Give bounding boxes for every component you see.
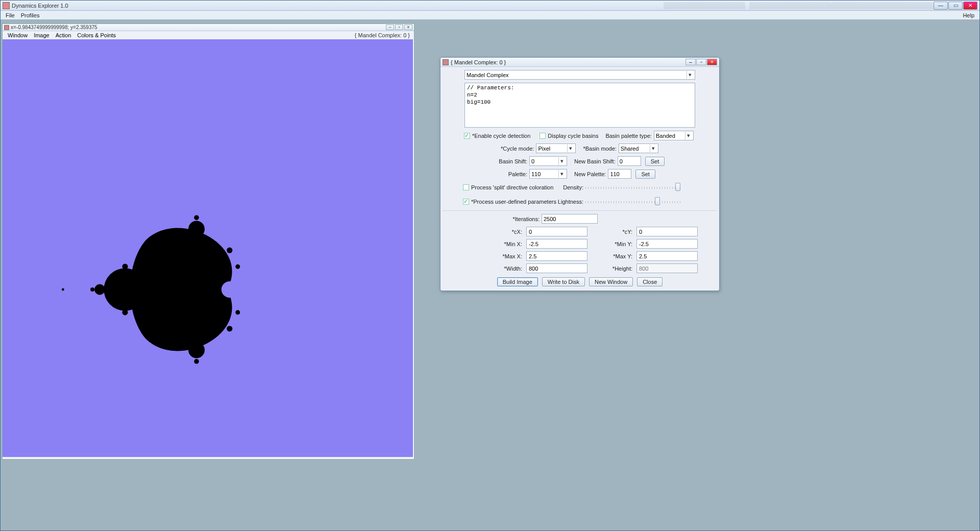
dialog-titlebar[interactable]: { Mandel Complex: 0 } – ▫ × <box>440 58 719 67</box>
svg-point-10 <box>162 331 169 339</box>
maximize-button[interactable]: ▭ <box>948 2 963 10</box>
enable-cycle-detection-checkbox[interactable] <box>464 133 470 139</box>
set-palette-button[interactable]: Set <box>635 170 655 179</box>
app-title: Dynamics Explorer 1.0 <box>12 3 659 9</box>
svg-point-7 <box>194 215 199 220</box>
chevron-down-icon: ▾ <box>650 144 656 152</box>
cycle-mode-select[interactable]: Pixel▾ <box>536 143 576 153</box>
close-icon[interactable]: × <box>404 25 412 30</box>
maxx-input[interactable] <box>526 251 587 261</box>
cx-input[interactable] <box>526 227 587 236</box>
chevron-down-icon: ▾ <box>687 71 693 79</box>
svg-point-3 <box>94 284 105 295</box>
display-cycle-basins-checkbox[interactable] <box>540 133 546 139</box>
process-split-label: Process 'split' directive coloration <box>471 184 557 190</box>
svg-point-8 <box>194 359 199 364</box>
chevron-down-icon: ▾ <box>685 132 692 139</box>
basin-shift-select[interactable]: 0▾ <box>529 156 567 166</box>
height-input <box>636 263 698 273</box>
iterations-input[interactable] <box>542 214 598 224</box>
taskbar-blur-tab <box>664 2 745 9</box>
set-basin-shift-button[interactable]: Set <box>645 157 665 166</box>
basin-palette-type-select[interactable]: Banded ▾ <box>654 131 694 140</box>
cy-input[interactable] <box>636 227 698 236</box>
process-split-checkbox[interactable] <box>463 184 469 190</box>
mdi-area: x=-0.9843749999999998; y=2.359375 – ▫ × … <box>1 20 979 530</box>
menu-window[interactable]: Window <box>5 32 31 38</box>
params-textarea[interactable]: // Parameters: n=2 big=100 <box>464 83 695 128</box>
close-button[interactable]: ✕ <box>963 2 977 10</box>
svg-point-17 <box>122 264 128 270</box>
width-label: *Width: <box>479 266 524 272</box>
image-window-title: x=-0.9843749999999998; y=2.359375 <box>11 25 386 30</box>
maximize-icon[interactable]: ▫ <box>395 25 403 30</box>
menu-profiles[interactable]: Profiles <box>18 12 43 19</box>
svg-point-6 <box>188 342 205 358</box>
image-window-titlebar[interactable]: x=-0.9843749999999998; y=2.359375 – ▫ × <box>3 24 414 31</box>
chevron-down-icon: ▾ <box>567 144 574 152</box>
menu-help[interactable]: Help <box>960 12 977 19</box>
density-slider[interactable] <box>585 182 681 193</box>
app-icon <box>3 2 10 9</box>
write-to-disk-button[interactable]: Write to Disk <box>542 277 585 286</box>
svg-point-1 <box>222 281 238 298</box>
menu-colors-points[interactable]: Colors & Points <box>74 32 119 38</box>
process-user-params-checkbox[interactable] <box>463 199 469 205</box>
density-label: Density: <box>557 184 585 190</box>
taskbar-blur-tab <box>749 2 831 9</box>
main-titlebar: Dynamics Explorer 1.0 — ▭ ✕ <box>1 1 979 11</box>
svg-point-16 <box>154 321 159 326</box>
maxy-label: *Max Y: <box>590 253 634 259</box>
svg-point-2 <box>104 268 146 310</box>
close-icon[interactable]: × <box>707 59 717 65</box>
new-palette-input[interactable] <box>608 169 631 179</box>
minimize-button[interactable]: — <box>934 2 948 10</box>
maxy-input[interactable] <box>636 251 698 261</box>
divider <box>443 210 717 211</box>
new-palette-label: New Palette: <box>574 171 608 177</box>
svg-point-19 <box>62 288 64 291</box>
image-window-badge: { Mandel Complex: 0 } <box>355 32 412 38</box>
menu-action[interactable]: Action <box>53 32 75 38</box>
miny-label: *Min Y: <box>590 241 634 247</box>
basin-mode-label: *Basin mode: <box>583 146 618 152</box>
svg-point-4 <box>90 287 94 292</box>
svg-point-12 <box>227 326 232 331</box>
close-button[interactable]: Close <box>637 277 663 286</box>
palette-label: Palette: <box>493 171 529 177</box>
build-image-button[interactable]: Build Image <box>497 277 538 286</box>
fractal-canvas[interactable] <box>3 39 413 457</box>
cy-label: *cY: <box>590 229 634 235</box>
chevron-down-icon: ▾ <box>558 170 565 178</box>
display-cycle-basins-label: Display cycle basins <box>548 133 600 139</box>
minimize-icon[interactable]: – <box>386 25 394 30</box>
minx-input[interactable] <box>526 239 587 249</box>
image-window: x=-0.9843749999999998; y=2.359375 – ▫ × … <box>2 23 414 460</box>
main-menubar: File Profiles Help <box>1 11 979 20</box>
basin-shift-label: Basin Shift: <box>493 158 529 164</box>
menu-image[interactable]: Image <box>31 32 53 38</box>
svg-point-11 <box>227 248 232 253</box>
minx-label: *Min X: <box>479 241 524 247</box>
cycle-mode-label: *Cycle mode: <box>501 146 536 152</box>
svg-point-14 <box>235 310 240 315</box>
svg-point-18 <box>122 309 128 315</box>
width-input[interactable] <box>526 263 587 273</box>
palette-select[interactable]: 110▾ <box>529 169 567 179</box>
svg-point-9 <box>162 240 169 247</box>
miny-input[interactable] <box>636 239 698 249</box>
system-select[interactable]: Mandel Complex ▾ <box>464 70 695 80</box>
system-select-value: Mandel Complex <box>467 72 509 78</box>
new-window-button[interactable]: New Window <box>589 277 633 286</box>
maximize-icon[interactable]: ▫ <box>696 59 706 65</box>
java-icon <box>4 25 9 30</box>
lightness-slider[interactable] <box>585 196 681 207</box>
new-basin-shift-label: New Basin Shift: <box>574 158 618 164</box>
java-icon <box>443 59 449 65</box>
new-basin-shift-input[interactable] <box>618 156 641 166</box>
image-window-menubar: Window Image Action Colors & Points { Ma… <box>3 31 414 39</box>
minimize-icon[interactable]: – <box>685 59 696 65</box>
menu-file[interactable]: File <box>3 12 18 19</box>
height-label: *Height: <box>590 266 634 272</box>
basin-mode-select[interactable]: Shared▾ <box>619 143 658 153</box>
